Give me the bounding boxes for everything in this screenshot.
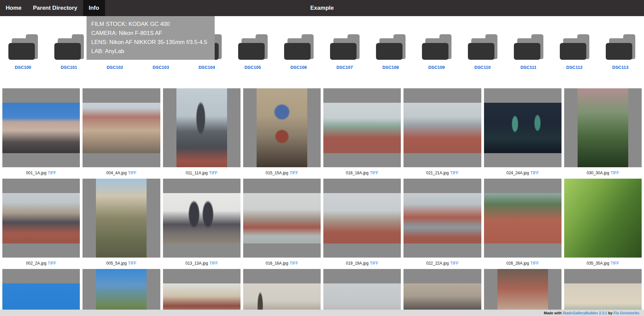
- photo-thumbnail[interactable]: [243, 269, 321, 316]
- folder-link[interactable]: DSC110: [474, 65, 490, 70]
- tiff-link[interactable]: TIFF: [530, 261, 539, 266]
- photo-thumbnail[interactable]: [484, 269, 561, 316]
- gallery-item: 035_35A.jpgTIFF: [564, 179, 642, 269]
- photo-filename: 015_15A.jpg: [266, 171, 288, 175]
- gallery-item: [163, 269, 240, 316]
- photo-thumbnail[interactable]: [564, 88, 642, 167]
- photo-thumbnail[interactable]: [243, 88, 321, 167]
- photo-thumbnail[interactable]: [2, 179, 80, 258]
- folder-link[interactable]: DSC101: [61, 65, 77, 70]
- photo-thumbnail[interactable]: [404, 179, 481, 258]
- nav-item-info[interactable]: Info: [83, 0, 105, 16]
- photo-thumbnail[interactable]: [564, 269, 642, 316]
- gallery-item: 021_21A.jpgTIFF: [404, 88, 481, 179]
- folder-link[interactable]: DSC103: [153, 65, 169, 70]
- folder-icon[interactable]: [330, 34, 360, 60]
- photo-thumbnail[interactable]: [83, 88, 160, 167]
- photo-thumbnail[interactable]: [323, 269, 401, 316]
- photo-filename: 016_16A.jpg: [266, 261, 288, 266]
- folder-item-dsc109[interactable]: DSC109: [414, 34, 460, 70]
- photo-thumbnail[interactable]: [163, 179, 240, 258]
- folder-icon[interactable]: [422, 34, 451, 60]
- tiff-link[interactable]: TIFF: [48, 171, 56, 175]
- folder-link[interactable]: DSC108: [382, 65, 399, 70]
- tiff-link[interactable]: TIFF: [530, 171, 539, 175]
- gallery-item: [83, 269, 160, 316]
- photo-thumbnail[interactable]: [484, 179, 561, 258]
- photo-thumbnail[interactable]: [404, 269, 481, 316]
- folder-icon[interactable]: [560, 34, 589, 60]
- photo-thumbnail[interactable]: [323, 88, 401, 167]
- folder-item-dsc101[interactable]: DSC101: [46, 34, 92, 70]
- photo-image: [404, 103, 481, 153]
- tiff-link[interactable]: TIFF: [610, 261, 619, 266]
- photo-image: [323, 103, 401, 153]
- folder-item-dsc107[interactable]: DSC107: [322, 34, 368, 70]
- tiff-link[interactable]: TIFF: [370, 261, 378, 266]
- tiff-link[interactable]: TIFF: [610, 171, 619, 175]
- folder-link[interactable]: DSC109: [428, 65, 445, 70]
- folder-link[interactable]: DSC113: [612, 65, 628, 70]
- photo-filename: 004_4A.jpg: [106, 171, 127, 175]
- tooltip-line: LENS: Nikon AF NIKKOR 35-135mm f/3.5-4.5: [91, 38, 210, 47]
- folder-link[interactable]: DSC102: [107, 65, 123, 70]
- folder-icon[interactable]: [606, 34, 635, 60]
- tiff-link[interactable]: TIFF: [450, 171, 459, 175]
- gallery-item: 011_11A.jpgTIFF: [163, 88, 240, 179]
- folder-item-dsc106[interactable]: DSC106: [276, 34, 322, 70]
- photo-thumbnail[interactable]: [323, 179, 401, 258]
- nav-item-home[interactable]: Home: [0, 0, 27, 16]
- tiff-link[interactable]: TIFF: [128, 261, 137, 266]
- photo-thumbnail[interactable]: [83, 179, 160, 258]
- tiff-link[interactable]: TIFF: [209, 171, 217, 175]
- photo-image: [484, 193, 561, 243]
- photo-thumbnail[interactable]: [2, 88, 80, 167]
- gallery-item: 005_5A.jpgTIFF: [83, 179, 160, 269]
- photo-thumbnail[interactable]: [2, 269, 80, 316]
- folder-icon[interactable]: [54, 34, 84, 60]
- folder-link[interactable]: DSC104: [199, 65, 215, 70]
- folder-item-dsc100[interactable]: DSC100: [0, 34, 46, 70]
- tiff-link[interactable]: TIFF: [128, 171, 137, 175]
- nav-item-parent-directory[interactable]: Parent Directory: [27, 0, 83, 16]
- folder-icon[interactable]: [376, 34, 406, 60]
- photo-thumbnail[interactable]: [163, 269, 240, 316]
- folder-item-dsc108[interactable]: DSC108: [368, 34, 414, 70]
- tiff-link[interactable]: TIFF: [48, 261, 56, 266]
- folder-item-dsc113[interactable]: DSC113: [597, 34, 643, 70]
- folder-item-dsc110[interactable]: DSC110: [460, 34, 505, 70]
- folder-item-dsc111[interactable]: DSC111: [505, 34, 551, 70]
- folder-icon[interactable]: [238, 34, 268, 60]
- tiff-link[interactable]: TIFF: [289, 171, 298, 175]
- folder-item-dsc105[interactable]: DSC105: [230, 34, 276, 70]
- folder-icon[interactable]: [284, 34, 314, 60]
- tiff-link[interactable]: TIFF: [209, 261, 218, 266]
- folder-icon[interactable]: [468, 34, 497, 60]
- tiff-link[interactable]: TIFF: [450, 261, 459, 266]
- footer-builder-link[interactable]: StaticGalleryBuilder 2.3.1: [563, 311, 607, 315]
- photo-thumbnail[interactable]: [163, 88, 240, 167]
- photo-filename: 022_22A.jpg: [426, 261, 449, 266]
- photo-thumbnail[interactable]: [484, 88, 561, 167]
- folder-link[interactable]: DSC111: [521, 65, 537, 70]
- folder-icon[interactable]: [8, 34, 38, 60]
- folder-link[interactable]: DSC112: [566, 65, 582, 70]
- photo-thumbnail[interactable]: [564, 179, 642, 258]
- photo-thumbnail[interactable]: [83, 269, 160, 316]
- photo-caption: 024_24A.jpgTIFF: [484, 167, 561, 179]
- photo-caption: 002_2A.jpgTIFF: [2, 258, 80, 269]
- tiff-link[interactable]: TIFF: [370, 171, 378, 175]
- photo-thumbnail[interactable]: [404, 88, 481, 167]
- folder-link[interactable]: DSC105: [245, 65, 261, 70]
- folder-link[interactable]: DSC107: [336, 65, 353, 70]
- folder-link[interactable]: DSC100: [15, 65, 31, 70]
- folder-item-dsc112[interactable]: DSC112: [551, 34, 597, 70]
- photo-thumbnail[interactable]: [243, 179, 321, 258]
- gallery-item: 019_19A.jpgTIFF: [323, 179, 401, 269]
- folder-link[interactable]: DSC106: [290, 65, 307, 70]
- footer-author-link[interactable]: Flo Greistorfer.: [613, 311, 640, 315]
- photo-caption: 016_16A.jpgTIFF: [243, 258, 321, 269]
- tiff-link[interactable]: TIFF: [289, 261, 298, 266]
- gallery-item: 015_15A.jpgTIFF: [243, 88, 321, 179]
- folder-icon[interactable]: [514, 34, 543, 60]
